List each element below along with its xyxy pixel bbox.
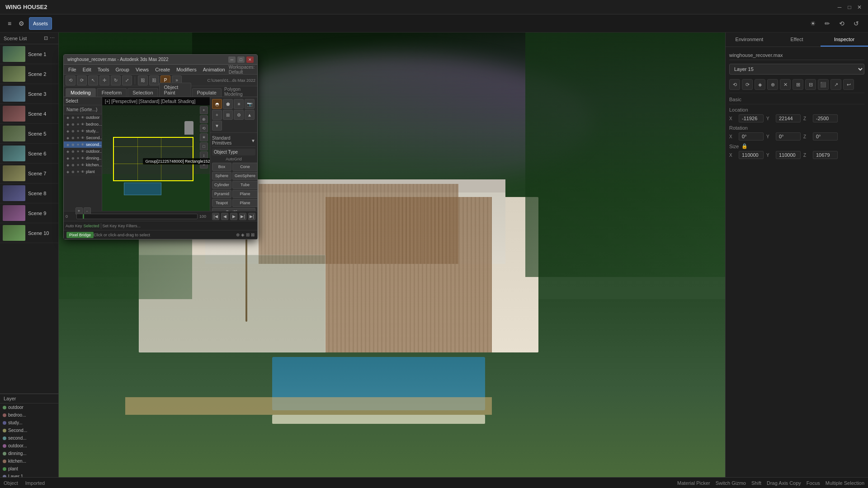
scene-item[interactable]: Scene 3 bbox=[0, 84, 58, 104]
scene-item[interactable]: Scene 10 bbox=[0, 223, 58, 243]
layer-selector[interactable]: Layer 15 bbox=[729, 64, 864, 75]
object-type-header[interactable]: Object Type bbox=[212, 149, 255, 155]
insp-tool10[interactable]: ↩ bbox=[843, 79, 854, 90]
primitive-sphere[interactable]: Sphere bbox=[212, 172, 231, 180]
vp-tool1[interactable]: + bbox=[200, 106, 208, 114]
scene-item[interactable]: Scene 9 bbox=[0, 203, 58, 223]
tree-remove-btn[interactable]: - bbox=[84, 207, 91, 211]
create-geo-btn[interactable]: ◓ bbox=[212, 99, 222, 109]
max-tree-item[interactable]: ◈⊕☀👁 study... bbox=[64, 128, 102, 135]
max-move-btn[interactable]: ✛ bbox=[99, 75, 109, 85]
vp-tool4[interactable]: ☀ bbox=[200, 133, 208, 141]
max-tree-item[interactable]: ◈⊕☀👁 Second... bbox=[64, 135, 102, 141]
create-space-btn[interactable]: ⊞ bbox=[223, 110, 233, 120]
primitive-box[interactable]: Box bbox=[212, 163, 231, 171]
max-undo-btn[interactable]: ⟲ bbox=[66, 75, 75, 85]
max-redo-btn[interactable]: ⟳ bbox=[77, 75, 87, 85]
primitive-plane[interactable]: Plane bbox=[232, 190, 257, 198]
vp-tool5[interactable]: □ bbox=[200, 142, 208, 150]
scene-item[interactable]: Scene 6 bbox=[0, 144, 58, 164]
drag-axis-btn[interactable]: Drag Axis Copy bbox=[767, 480, 801, 486]
minimize-icon[interactable]: ─ bbox=[836, 4, 843, 10]
max-rotate-btn[interactable]: ↻ bbox=[111, 75, 121, 85]
close-icon[interactable]: ✕ bbox=[856, 4, 863, 10]
multiple-selection-btn[interactable]: Multiple Selection bbox=[826, 480, 864, 486]
max-tab-populate[interactable]: Populate bbox=[192, 88, 222, 97]
undo-icon[interactable]: ⟲ bbox=[835, 17, 848, 30]
max-tree-item-selected[interactable]: ◈⊕☀👁 second... bbox=[64, 141, 102, 148]
insp-tool8[interactable]: ⬛ bbox=[818, 79, 829, 90]
primitive-tube[interactable]: Tube bbox=[232, 181, 257, 189]
layer-item[interactable]: second... bbox=[0, 434, 58, 442]
insp-tool5[interactable]: ✕ bbox=[780, 79, 791, 90]
scene-item[interactable]: Scene 5 bbox=[0, 124, 58, 144]
max-unlink-btn[interactable]: ⛓ bbox=[149, 75, 159, 85]
max-tab-objectpaint[interactable]: Object Paint bbox=[159, 83, 191, 97]
insp-tool6[interactable]: ⊞ bbox=[793, 79, 803, 90]
max-tree-item[interactable]: ◈⊕☀👁 plant bbox=[64, 169, 102, 175]
max-tab-freeform[interactable]: Freeform bbox=[97, 88, 127, 97]
max-menu-create[interactable]: Create bbox=[152, 66, 173, 73]
insp-tool4[interactable]: ⊕ bbox=[767, 79, 778, 90]
create-helper-btn[interactable]: + bbox=[212, 110, 222, 120]
menu-icon[interactable]: ≡ bbox=[5, 19, 14, 28]
max-tree-item[interactable]: ◈⊕☀👁 kitchen... bbox=[64, 162, 102, 169]
primitive-geosphere[interactable]: GeoSphere bbox=[232, 172, 257, 180]
layer-item[interactable]: Second... bbox=[0, 427, 58, 434]
scene-item[interactable]: Scene 4 bbox=[0, 104, 58, 124]
vp-tool2[interactable]: ⊕ bbox=[200, 115, 208, 123]
insp-tool3[interactable]: ◈ bbox=[755, 79, 765, 90]
play-first-btn[interactable]: |◀ bbox=[212, 213, 219, 220]
tab-effect[interactable]: Effect bbox=[773, 33, 821, 47]
scene-menu-icon[interactable]: ⋯ bbox=[50, 35, 55, 41]
tab-environment[interactable]: Environment bbox=[726, 33, 773, 47]
insp-tool2[interactable]: ⟳ bbox=[742, 79, 753, 90]
max-link-btn[interactable]: ⛓ bbox=[138, 75, 148, 85]
layer-item[interactable]: kitchen... bbox=[0, 457, 58, 465]
create-shape-btn[interactable]: ⬟ bbox=[223, 99, 233, 109]
create-camera-btn[interactable]: 📷 bbox=[245, 99, 255, 109]
max-minimize-btn[interactable]: ─ bbox=[228, 56, 236, 63]
max-scale-btn[interactable]: ⤢ bbox=[122, 75, 132, 85]
max-tab-selection[interactable]: Selection bbox=[127, 88, 158, 97]
play-btn[interactable]: ▶ bbox=[230, 213, 237, 220]
primitive-cylinder[interactable]: Cylinder bbox=[212, 181, 231, 189]
light-icon[interactable]: ☀ bbox=[807, 17, 819, 30]
max-menu-animation[interactable]: Animation bbox=[200, 66, 228, 73]
tab-inspector[interactable]: Inspector bbox=[821, 33, 868, 47]
layer-item[interactable]: dinning... bbox=[0, 450, 58, 457]
max-menu-tools[interactable]: Tools bbox=[95, 66, 112, 73]
max-menu-edit[interactable]: Edit bbox=[80, 66, 94, 73]
max-maximize-btn[interactable]: □ bbox=[237, 56, 245, 63]
primitive-textplus[interactable]: TextPlus bbox=[212, 208, 255, 211]
primitive-pyramid[interactable]: Pyramid bbox=[212, 190, 231, 198]
play-next-btn[interactable]: ▶| bbox=[239, 213, 246, 220]
max-tree-item[interactable]: ◈⊕☀👁 dinning... bbox=[64, 155, 102, 162]
material-picker-btn[interactable]: Material Picker bbox=[677, 480, 710, 486]
scroll-down-btn[interactable]: ▼ bbox=[212, 121, 222, 131]
primitive-plane2[interactable]: Plane bbox=[232, 199, 257, 207]
layer-item[interactable]: study... bbox=[0, 419, 58, 427]
layer-item[interactable]: bedroo... bbox=[0, 411, 58, 419]
max-tree-item[interactable]: ◈⊕☀👁 outdoor... bbox=[64, 148, 102, 155]
layer-item[interactable]: outdoor bbox=[0, 404, 58, 411]
scene-item[interactable]: Scene 1 bbox=[0, 44, 58, 64]
polygon-modeling-label[interactable]: Polygon Modeling bbox=[222, 87, 255, 97]
layer-item[interactable]: outdoor... bbox=[0, 442, 58, 450]
vp-tool3[interactable]: ⟲ bbox=[200, 124, 208, 132]
max-menu-group[interactable]: Group bbox=[113, 66, 132, 73]
insp-tool9[interactable]: ↗ bbox=[830, 79, 841, 90]
max-menu-file[interactable]: File bbox=[66, 66, 79, 73]
play-last-btn[interactable]: ▶| bbox=[248, 213, 255, 220]
scene-item[interactable]: Scene 7 bbox=[0, 164, 58, 183]
max-timeline-bar[interactable] bbox=[76, 214, 198, 219]
max-tab-modeling[interactable]: Modeling bbox=[66, 88, 96, 97]
play-prev-btn[interactable]: ◀ bbox=[221, 213, 228, 220]
tree-add-btn[interactable]: + bbox=[75, 207, 83, 211]
max-select-btn[interactable]: ↖ bbox=[88, 75, 98, 85]
scroll-up-btn[interactable]: ▲ bbox=[245, 110, 255, 120]
max-menu-views[interactable]: Views bbox=[133, 66, 151, 73]
create-light-btn[interactable]: ☀ bbox=[234, 99, 244, 109]
layer-item[interactable]: plant bbox=[0, 465, 58, 473]
refresh-icon[interactable]: ↺ bbox=[850, 17, 863, 30]
